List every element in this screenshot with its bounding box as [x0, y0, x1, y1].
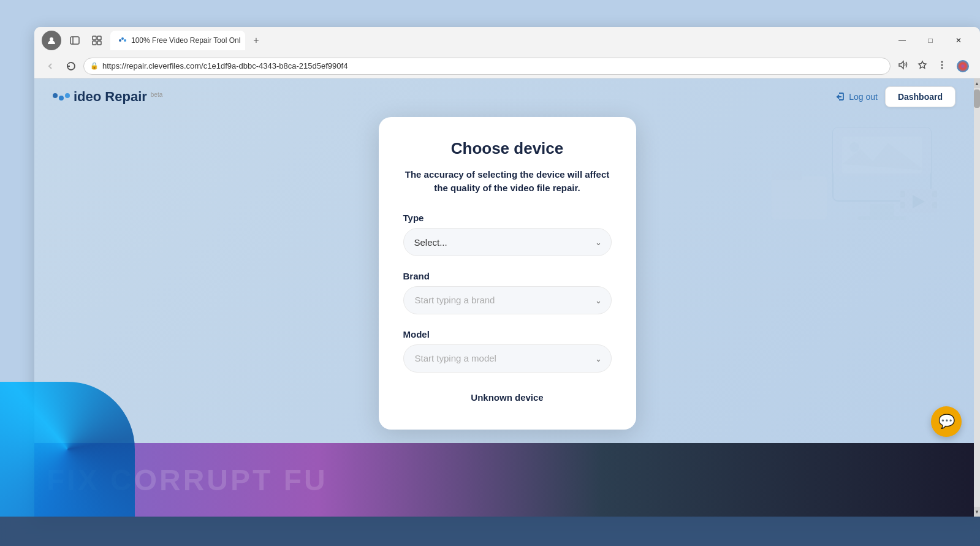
close-button[interactable]: ✕: [944, 31, 973, 50]
read-aloud-button[interactable]: [894, 56, 911, 74]
title-bar: 100% Free Video Repair Tool Onl ✕ + — □ …: [34, 27, 980, 54]
tab-group-button[interactable]: [88, 32, 105, 49]
toolbar: 🔒 https://repair.cleverfiles.com/c1e1df9…: [34, 54, 980, 78]
brand-form-group: Brand ⌄: [403, 271, 612, 314]
refresh-button[interactable]: [63, 58, 80, 75]
copilot-button[interactable]: [953, 56, 973, 76]
svg-point-12: [941, 67, 943, 69]
minimize-button[interactable]: —: [888, 31, 916, 50]
favorites-button[interactable]: [914, 56, 931, 74]
svg-point-13: [957, 60, 969, 72]
lock-icon: 🔒: [90, 62, 99, 70]
svg-rect-4: [97, 36, 101, 40]
type-select[interactable]: [403, 228, 612, 256]
tab-title: 100% Free Video Repair Tool Onl: [131, 36, 240, 45]
sidebar-toggle-button[interactable]: [66, 32, 83, 49]
svg-point-8: [121, 37, 124, 40]
type-form-group: Type Select... ⌄: [403, 213, 612, 256]
chat-widget[interactable]: 💬: [931, 406, 962, 437]
scroll-up-arrow[interactable]: ▲: [974, 78, 980, 88]
maximize-button[interactable]: □: [916, 31, 944, 50]
svg-point-10: [941, 61, 943, 63]
back-button[interactable]: [42, 58, 59, 75]
win-swirl: [0, 382, 135, 517]
tabs-area: 100% Free Video Repair Tool Onl ✕ +: [110, 31, 883, 50]
scroll-down-arrow[interactable]: ▼: [974, 507, 980, 517]
toolbar-right: [894, 56, 973, 76]
scroll-thumb[interactable]: [974, 89, 980, 108]
model-label: Model: [403, 329, 612, 339]
svg-rect-5: [93, 41, 96, 45]
modal-title: Choose device: [403, 139, 612, 158]
scrollbar[interactable]: ▲ ▼: [974, 78, 980, 517]
brand-input-wrapper: ⌄: [403, 286, 612, 314]
unknown-device-label: Unknown device: [471, 392, 543, 403]
model-input-wrapper: ⌄: [403, 344, 612, 373]
address-bar[interactable]: 🔒 https://repair.cleverfiles.com/c1e1df9…: [83, 58, 891, 75]
model-form-group: Model ⌄: [403, 329, 612, 373]
page-content: ideo Repair beta Log out Dashboard C: [34, 78, 980, 517]
brand-input[interactable]: [403, 286, 612, 314]
svg-rect-3: [93, 36, 96, 40]
chat-icon: 💬: [938, 414, 955, 430]
svg-rect-1: [70, 37, 79, 44]
win-taskbar[interactable]: [0, 517, 980, 546]
svg-point-7: [119, 39, 121, 42]
type-select-wrapper: Select... ⌄: [403, 228, 612, 256]
bottom-strip: FIX CORRUPT FU: [34, 443, 980, 517]
svg-point-9: [124, 39, 126, 42]
window-controls: — □ ✕: [888, 31, 973, 50]
brand-label: Brand: [403, 271, 612, 281]
unknown-device-button[interactable]: Unknown device: [403, 387, 612, 408]
more-menu-button[interactable]: [933, 56, 951, 74]
profile-button[interactable]: [42, 31, 61, 50]
browser-window: 100% Free Video Repair Tool Onl ✕ + — □ …: [34, 27, 980, 517]
model-input[interactable]: [403, 344, 612, 373]
tab-favicon: [118, 36, 127, 45]
choose-device-modal: Choose device The accuracy of selecting …: [379, 117, 636, 430]
svg-point-11: [941, 64, 943, 66]
active-tab[interactable]: 100% Free Video Repair Tool Onl ✕: [110, 31, 245, 50]
url-text: https://repair.cleverfiles.com/c1e1df9a-…: [102, 61, 348, 70]
type-label: Type: [403, 213, 612, 223]
svg-rect-6: [97, 41, 101, 45]
modal-subtitle: The accuracy of selecting the device wil…: [403, 168, 612, 195]
new-tab-button[interactable]: +: [248, 32, 265, 49]
